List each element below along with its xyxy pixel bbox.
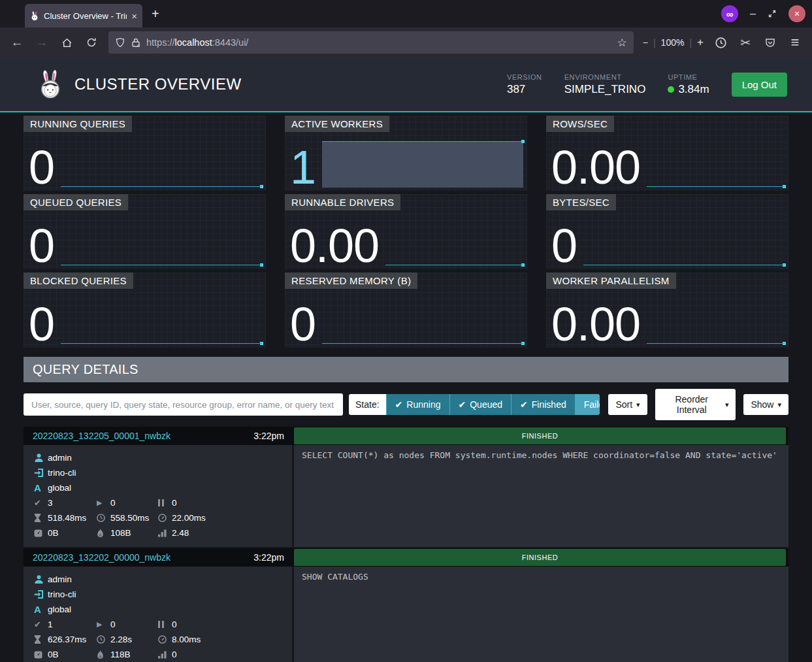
tile-value: 0	[551, 223, 577, 268]
tile-running-queries: RUNNING QUERIES 0	[24, 116, 266, 191]
tile-label: RUNNING QUERIES	[24, 116, 132, 132]
tab-title: Cluster Overview - Trino	[44, 11, 127, 21]
shield-icon[interactable]	[115, 37, 125, 48]
query-user: admin	[48, 453, 72, 463]
tile-value: 0	[29, 302, 54, 346]
tile-label: WORKER PARALLELISM	[546, 273, 676, 289]
tile-label: RESERVED MEMORY (B)	[285, 273, 417, 289]
query-status-badge: FINISHED	[294, 549, 786, 566]
state-filter-finished[interactable]: ✔ Finished	[511, 394, 575, 415]
tile-value: 0.00	[551, 145, 640, 190]
check-icon: ✔	[34, 620, 48, 629]
chevron-down-icon: ▾	[636, 401, 640, 409]
tile-value: 1	[290, 145, 316, 190]
url-text[interactable]: https://localhost:8443/ui/	[146, 37, 612, 48]
splits-queued: 0	[172, 498, 177, 508]
hourglass-icon	[34, 514, 48, 522]
zoom-in-icon[interactable]: +	[697, 36, 704, 49]
tile-label: ACTIVE WORKERS	[285, 116, 389, 132]
stat-tiles-grid: RUNNING QUERIES 0 ACTIVE WORKERS 1 ROWS/…	[24, 116, 788, 348]
query-sql-text: SELECT COUNT(*) as nodes FROM system.run…	[294, 445, 788, 547]
cpu-time: 558.50ms	[110, 513, 149, 523]
tile-label: ROWS/SEC	[546, 116, 614, 132]
history-clock-icon[interactable]	[710, 32, 731, 53]
sort-dropdown[interactable]: Sort ▾	[608, 394, 647, 415]
source-login-icon	[34, 589, 48, 599]
tile-value: 0.00	[551, 302, 640, 346]
query-id-link[interactable]: 20220823_132205_00001_nwbzk	[33, 431, 171, 441]
tile-label: RUNNABLE DRIVERS	[285, 194, 400, 210]
chevron-down-icon: ▾	[777, 401, 781, 409]
user-icon	[34, 453, 48, 463]
new-tab-button[interactable]: +	[152, 7, 159, 27]
zoom-level[interactable]: 100%	[661, 37, 685, 48]
query-search-input[interactable]	[24, 393, 343, 416]
wall-time: 626.37ms	[48, 635, 86, 644]
browser-toolbar: ← → https://localhost:8443/ui/ ☆	[0, 27, 812, 58]
splits-running: 0	[110, 620, 116, 629]
state-filter-failed-dropdown[interactable]: Failed ▾	[575, 394, 600, 415]
sparkline	[61, 295, 263, 346]
tile-value: 0	[29, 223, 54, 268]
flame-icon	[97, 529, 110, 537]
sparkline	[647, 139, 786, 190]
splits-completed: 3	[48, 498, 53, 508]
browser-titlebar: Cluster Overview - Trino × + ∞ – ×	[0, 0, 812, 27]
forward-icon: →	[31, 32, 52, 53]
pocket-icon[interactable]	[760, 32, 781, 53]
logout-button[interactable]: Log Out	[732, 73, 787, 97]
check-icon: ✔	[34, 498, 48, 508]
bookmark-star-icon[interactable]: ☆	[617, 36, 627, 50]
window-minimize-button[interactable]: –	[750, 8, 756, 20]
window-restore-button[interactable]	[768, 9, 777, 18]
version-stat: VERSION 387	[507, 73, 542, 96]
current-memory: 0B	[48, 650, 59, 659]
home-icon[interactable]	[56, 32, 77, 53]
page-title: CLUSTER OVERVIEW	[74, 75, 242, 93]
environment-stat: ENVIRONMENT SIMPLE_TRINO	[564, 73, 646, 96]
resource-group-icon: A	[34, 482, 48, 493]
reorder-interval-dropdown[interactable]: Reorder Interval ▾	[655, 389, 736, 420]
tile-value: 0	[290, 302, 316, 346]
scale-icon	[34, 529, 48, 537]
browser-tab[interactable]: Cluster Overview - Trino ×	[25, 4, 142, 27]
query-user: admin	[48, 574, 72, 584]
url-bar[interactable]: https://localhost:8443/ui/ ☆	[108, 31, 634, 54]
private-browsing-mask-icon: ∞	[721, 5, 738, 22]
query-id-link[interactable]: 20220823_132202_00000_nwbzk	[33, 552, 171, 563]
wall-time: 518.48ms	[48, 513, 86, 523]
current-memory: 0B	[48, 528, 59, 538]
menu-hamburger-icon[interactable]: ≡	[785, 32, 805, 53]
tile-queued-queries: QUEUED QUERIES 0	[24, 194, 266, 269]
resource-group-icon: A	[34, 604, 48, 615]
clock-icon	[97, 514, 110, 522]
check-icon: ✔	[459, 399, 466, 410]
gauge-icon	[158, 635, 172, 644]
show-dropdown[interactable]: Show ▾	[743, 394, 788, 415]
query-resource-group: global	[48, 483, 71, 493]
tile-blocked-queries: BLOCKED QUERIES 0	[24, 273, 266, 348]
zoom-out-icon[interactable]: −	[643, 37, 648, 48]
query-details-header: QUERY DETAILS	[24, 357, 788, 382]
tile-active-workers: ACTIVE WORKERS 1	[285, 116, 527, 191]
tile-label: BLOCKED QUERIES	[24, 273, 133, 289]
check-icon: ✔	[395, 399, 403, 410]
window-close-button[interactable]: ×	[788, 5, 805, 22]
trino-header: CLUSTER OVERVIEW VERSION 387 ENVIRONMENT…	[0, 58, 812, 112]
query-filter-toolbar: State: ✔ Running ✔ Queued ✔ Finished Fai…	[24, 389, 788, 420]
lock-warning-icon[interactable]	[131, 37, 141, 48]
reload-icon[interactable]	[81, 32, 102, 53]
tab-close-icon[interactable]: ×	[131, 10, 137, 22]
state-filter-running[interactable]: ✔ Running	[386, 394, 449, 415]
bar-chart-icon	[158, 651, 172, 659]
trino-bunny-logo	[38, 69, 63, 100]
tile-bytes-sec: BYTES/SEC 0	[546, 194, 788, 269]
cumulative-memory: 2.48	[172, 528, 189, 538]
screenshot-scissors-icon[interactable]: ✂	[735, 32, 756, 53]
query-card: 20220823_132205_00001_nwbzk 3:22pm FINIS…	[24, 427, 788, 547]
state-filter-queued[interactable]: ✔ Queued	[449, 394, 512, 415]
back-icon[interactable]: ←	[7, 32, 27, 53]
tile-runnable-drivers: RUNNABLE DRIVERS 0.00	[285, 194, 527, 269]
query-source: trino-cli	[48, 589, 76, 599]
query-time: 3:22pm	[253, 431, 284, 441]
